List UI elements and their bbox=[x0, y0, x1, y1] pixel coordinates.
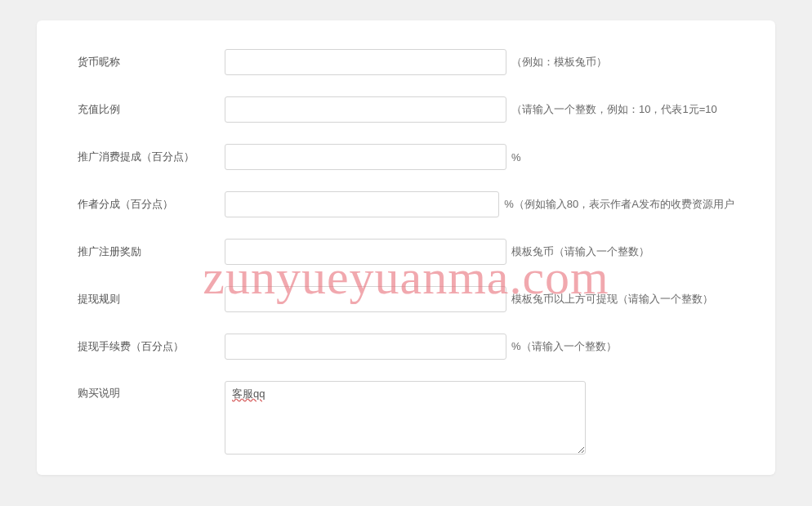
textarea-purchase-note[interactable] bbox=[225, 381, 586, 455]
row-withdraw-fee: 提现手续费（百分点） %（请输入一个整数） bbox=[78, 334, 734, 360]
hint-author-share: %（例如输入80，表示作者A发布的收费资源用户 bbox=[504, 197, 734, 212]
label-withdraw-fee: 提现手续费（百分点） bbox=[78, 339, 225, 354]
hint-withdraw-fee: %（请输入一个整数） bbox=[511, 339, 617, 354]
row-withdraw-rule: 提现规则 模板兔币以上方可提现（请输入一个整数） bbox=[78, 286, 734, 312]
label-recharge-ratio: 充值比例 bbox=[78, 102, 225, 117]
hint-currency-nickname: （例如：模板兔币） bbox=[511, 55, 607, 69]
settings-panel: 货币昵称 （例如：模板兔币） 充值比例 （请输入一个整数，例如：10，代表1元=… bbox=[37, 20, 775, 475]
label-promotion-commission: 推广消费提成（百分点） bbox=[78, 150, 225, 164]
input-withdraw-rule[interactable] bbox=[225, 286, 506, 312]
row-currency-nickname: 货币昵称 （例如：模板兔币） bbox=[78, 49, 734, 75]
input-withdraw-fee[interactable] bbox=[225, 334, 506, 360]
row-purchase-note: 购买说明 bbox=[78, 381, 734, 455]
row-author-share: 作者分成（百分点） %（例如输入80，表示作者A发布的收费资源用户 bbox=[78, 191, 734, 217]
hint-withdraw-rule: 模板兔币以上方可提现（请输入一个整数） bbox=[511, 292, 713, 307]
input-promotion-commission[interactable] bbox=[225, 144, 506, 170]
label-purchase-note: 购买说明 bbox=[78, 381, 225, 401]
label-currency-nickname: 货币昵称 bbox=[78, 55, 225, 69]
label-author-share: 作者分成（百分点） bbox=[78, 197, 225, 212]
label-withdraw-rule: 提现规则 bbox=[78, 292, 225, 307]
input-recharge-ratio[interactable] bbox=[225, 96, 506, 123]
row-promotion-register-reward: 推广注册奖励 模板兔币（请输入一个整数） bbox=[78, 239, 734, 265]
row-recharge-ratio: 充值比例 （请输入一个整数，例如：10，代表1元=10 bbox=[78, 96, 734, 123]
input-promotion-register-reward[interactable] bbox=[225, 239, 506, 265]
row-promotion-commission: 推广消费提成（百分点） % bbox=[78, 144, 734, 170]
hint-promotion-register-reward: 模板兔币（请输入一个整数） bbox=[511, 244, 649, 259]
input-currency-nickname[interactable] bbox=[225, 49, 506, 75]
input-author-share[interactable] bbox=[225, 191, 499, 217]
hint-recharge-ratio: （请输入一个整数，例如：10，代表1元=10 bbox=[511, 102, 717, 117]
hint-promotion-commission: % bbox=[511, 151, 521, 163]
label-promotion-register-reward: 推广注册奖励 bbox=[78, 244, 225, 259]
